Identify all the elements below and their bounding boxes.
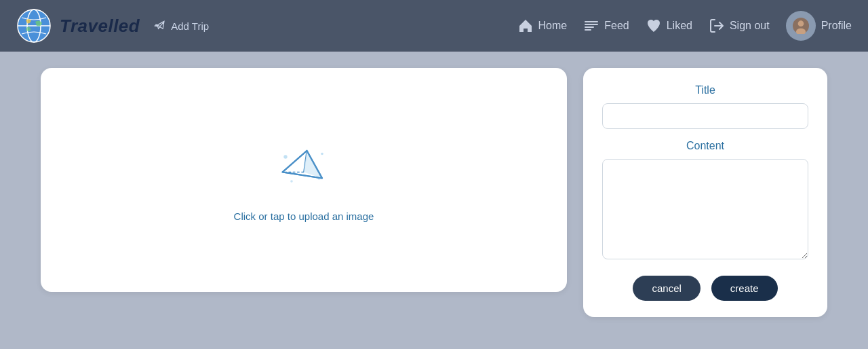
feed-icon	[583, 18, 599, 34]
signout-icon	[709, 18, 725, 34]
create-button[interactable]: create	[711, 276, 778, 301]
upload-card[interactable]: Click or tap to upload an image	[41, 68, 567, 292]
nav: Home Feed Liked Sign out	[517, 11, 852, 41]
header: Travelled Add Trip Home Feed	[0, 0, 868, 52]
nav-feed-label: Feed	[604, 20, 629, 32]
svg-point-8	[321, 152, 323, 155]
app-title: Travelled	[60, 16, 140, 37]
form-buttons: cancel create	[602, 276, 808, 301]
nav-home[interactable]: Home	[517, 18, 568, 34]
plane-icon	[153, 19, 167, 33]
title-label: Title	[602, 84, 808, 96]
avatar	[786, 11, 816, 41]
nav-profile-label: Profile	[821, 20, 852, 32]
nav-feed[interactable]: Feed	[583, 18, 629, 34]
svg-line-16	[283, 151, 307, 172]
nav-signout[interactable]: Sign out	[709, 18, 770, 34]
liked-icon	[646, 18, 662, 34]
content-label: Content	[602, 140, 808, 152]
logo-icon	[16, 8, 52, 43]
header-left: Travelled Add Trip	[16, 8, 209, 43]
nav-home-label: Home	[538, 20, 568, 32]
cancel-button[interactable]: cancel	[633, 276, 700, 301]
add-trip-button[interactable]: Add Trip	[153, 19, 209, 33]
avatar-image	[793, 18, 809, 34]
nav-profile[interactable]: Profile	[786, 11, 852, 41]
svg-point-10	[290, 180, 293, 183]
title-input[interactable]	[602, 103, 808, 129]
main-content: Click or tap to upload an image Title Co…	[0, 52, 868, 333]
content-textarea[interactable]	[602, 159, 808, 259]
svg-point-7	[283, 155, 287, 158]
upload-illustration	[273, 139, 334, 200]
add-trip-label: Add Trip	[171, 20, 209, 32]
nav-signout-label: Sign out	[730, 20, 770, 32]
svg-point-5	[797, 20, 804, 26]
home-icon	[517, 18, 534, 34]
upload-prompt: Click or tap to upload an image	[234, 210, 374, 222]
nav-liked[interactable]: Liked	[646, 18, 692, 34]
nav-liked-label: Liked	[667, 20, 692, 32]
form-card: Title Content cancel create	[583, 68, 827, 317]
